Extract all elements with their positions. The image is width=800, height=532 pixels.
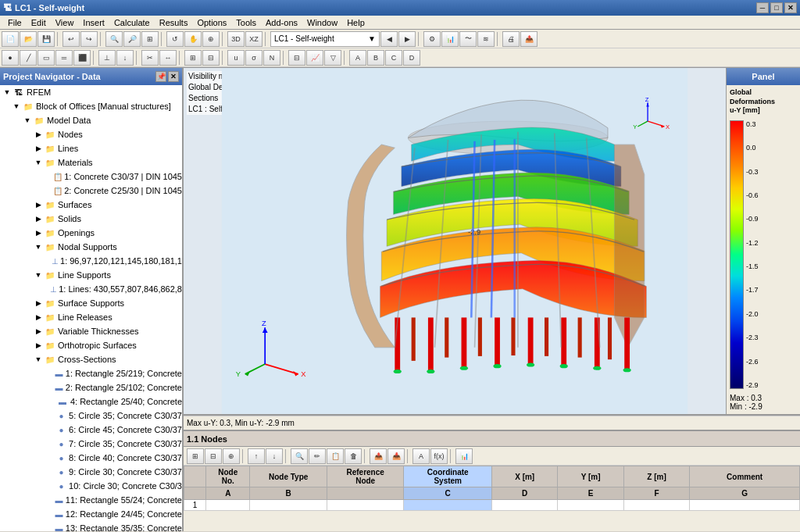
- expand-block[interactable]: ▼: [11, 101, 22, 112]
- menu-view[interactable]: View: [51, 16, 79, 29]
- expand-modeldata[interactable]: ▼: [22, 115, 33, 126]
- tb2-b[interactable]: B: [367, 50, 384, 66]
- tree-item-rfem[interactable]: ▼ 🏗 RFEM: [0, 85, 182, 99]
- tb-undo[interactable]: ↩: [62, 31, 80, 47]
- tree-item-nodes[interactable]: ▶ 📁 Nodes: [0, 127, 182, 141]
- tb2-disp[interactable]: u: [227, 50, 245, 66]
- tb-xz[interactable]: XZ: [245, 31, 262, 47]
- tb2-filter[interactable]: ▽: [324, 50, 341, 66]
- expand-solids[interactable]: ▶: [33, 213, 44, 224]
- expand-line-releases[interactable]: ▶: [33, 312, 44, 323]
- table-row[interactable]: 1: [184, 500, 800, 511]
- tree-item-cs2[interactable]: ▬ 2: Rectangle 25/102; Concrete: [0, 380, 182, 395]
- expand-var-thick[interactable]: ▶: [33, 326, 44, 337]
- tb2-section[interactable]: ✂: [141, 50, 159, 66]
- tb-next-lc[interactable]: ▶: [398, 31, 416, 47]
- tb-3d[interactable]: 3D: [227, 31, 245, 47]
- tb-select[interactable]: ⊕: [202, 31, 220, 47]
- tree-item-cs4[interactable]: ▬ 4: Rectangle 25/40; Concrete: [0, 395, 182, 409]
- tree-item-cs11[interactable]: ▬ 11: Rectangle 55/24; Concrete: [0, 493, 182, 507]
- tb-deform[interactable]: 〜: [459, 31, 477, 47]
- menu-tools[interactable]: Tools: [231, 16, 261, 29]
- table-tb-7[interactable]: ✏: [309, 448, 326, 464]
- expand-materials[interactable]: ▼: [33, 157, 44, 168]
- tb-calc[interactable]: ⚙: [423, 31, 441, 47]
- tb-zoom-all[interactable]: ⊞: [141, 31, 159, 47]
- tb2-a[interactable]: A: [349, 50, 366, 66]
- tree-item-cs5[interactable]: ● 5: Circle 35; Concrete C30/37: [0, 409, 182, 423]
- tree-item-orthotropic[interactable]: ▶ 📁 Orthotropic Surfaces: [0, 338, 182, 352]
- tree-item-cs9[interactable]: ● 9: Circle 30; Concrete C30/37: [0, 465, 182, 479]
- tree-item-block[interactable]: ▼ 📁 Block of Offices [Manual structures]: [0, 99, 182, 113]
- table-tb-8[interactable]: 📋: [327, 448, 344, 464]
- tree-item-cs1[interactable]: ▬ 1: Rectangle 25/219; Concrete: [0, 366, 182, 380]
- expand-surfaces[interactable]: ▶: [33, 199, 44, 210]
- tree-item-mat1[interactable]: 📋 1: Concrete C30/37 | DIN 1045: [0, 170, 182, 184]
- tb2-mesh[interactable]: ⊞: [184, 50, 202, 66]
- expand-cross-sections[interactable]: ▼: [33, 354, 44, 365]
- table-tb-3[interactable]: ⊕: [223, 448, 240, 464]
- table-tb-5[interactable]: ↓: [266, 448, 283, 464]
- expand-line-supports[interactable]: ▼: [33, 270, 44, 280]
- panel-pin-button[interactable]: 📌: [155, 71, 166, 82]
- tb2-stress[interactable]: σ: [245, 50, 262, 66]
- view-area[interactable]: Visibility mode Global Deformations u-Y …: [184, 68, 800, 416]
- tb-save[interactable]: 💾: [38, 31, 55, 47]
- tree-item-surfaces[interactable]: ▶ 📁 Surfaces: [0, 198, 182, 212]
- menu-addons[interactable]: Add-ons: [261, 16, 302, 29]
- tb2-c[interactable]: C: [385, 50, 402, 66]
- tb2-mesh2[interactable]: ⊟: [202, 50, 220, 66]
- tree-item-cs10[interactable]: ● 10: Circle 30; Concrete C30/3: [0, 479, 182, 493]
- table-tb-12[interactable]: A: [412, 448, 430, 464]
- table-wrapper[interactable]: NodeNo. Node Type ReferenceNode Coordina…: [184, 466, 800, 531]
- expand-nodes[interactable]: ▶: [33, 129, 44, 140]
- tb-rotate[interactable]: ↺: [166, 31, 184, 47]
- tree-item-cs13[interactable]: ▬ 13: Rectangle 35/35; Concrete: [0, 521, 182, 531]
- tb2-solids[interactable]: ⬛: [73, 50, 91, 66]
- expand-surface-supports[interactable]: ▶: [33, 298, 44, 309]
- tree-item-cs6[interactable]: ● 6: Circle 45; Concrete C30/37: [0, 423, 182, 437]
- tb2-lines[interactable]: ╱: [20, 50, 37, 66]
- tb-prev-lc[interactable]: ◀: [380, 31, 398, 47]
- tree-item-line-supports[interactable]: ▼ 📁 Line Supports: [0, 268, 182, 282]
- tree-item-cs12[interactable]: ▬ 12: Rectangle 24/45; Concrete: [0, 507, 182, 521]
- tb2-members[interactable]: ═: [55, 50, 73, 66]
- menu-calculate[interactable]: Calculate: [109, 16, 155, 29]
- minimize-button[interactable]: ─: [756, 2, 769, 13]
- tree-item-cross-sections[interactable]: ▼ 📁 Cross-Sections: [0, 352, 182, 366]
- table-tb-11[interactable]: 📥: [388, 448, 405, 464]
- tree-item-ns1[interactable]: ⊥ 1: 96,97,120,121,145,180,181,1: [0, 254, 182, 268]
- tree-item-lines[interactable]: ▶ 📁 Lines: [0, 141, 182, 155]
- tree-item-ls1[interactable]: ⊥ 1: Lines: 430,557,807,846,862,8: [0, 282, 182, 296]
- tb-zoom-out[interactable]: 🔎: [123, 31, 141, 47]
- tb-isolines[interactable]: ≋: [477, 31, 495, 47]
- tb2-graph[interactable]: 📈: [306, 50, 323, 66]
- menu-edit[interactable]: Edit: [27, 16, 51, 29]
- tb2-nodes[interactable]: ●: [2, 50, 19, 66]
- tb2-table[interactable]: ⊟: [288, 50, 305, 66]
- tb-zoom-in[interactable]: 🔍: [105, 31, 123, 47]
- tb2-surfaces[interactable]: ▭: [38, 50, 55, 66]
- loadcase-dropdown[interactable]: LC1 - Self-weight ▼: [270, 31, 380, 47]
- tree-item-openings[interactable]: ▶ 📁 Openings: [0, 226, 182, 240]
- tb-open[interactable]: 📂: [20, 31, 37, 47]
- maximize-button[interactable]: □: [770, 2, 783, 13]
- tb2-force[interactable]: N: [263, 50, 280, 66]
- tree-item-var-thick[interactable]: ▶ 📁 Variable Thicknesses: [0, 324, 182, 338]
- tree-item-cs8[interactable]: ● 8: Circle 40; Concrete C30/37: [0, 451, 182, 465]
- expand-nodal-supports[interactable]: ▼: [33, 241, 44, 252]
- tree-container[interactable]: ▼ 🏗 RFEM ▼ 📁 Block of Offices [Manual st…: [0, 85, 182, 531]
- tb2-load[interactable]: ↓: [116, 50, 134, 66]
- table-tb-6[interactable]: 🔍: [291, 448, 308, 464]
- table-tb-1[interactable]: ⊞: [187, 448, 204, 464]
- table-tb-13[interactable]: 📊: [455, 448, 473, 464]
- tb-export[interactable]: 📤: [520, 31, 538, 47]
- tb2-dim[interactable]: ↔: [159, 50, 177, 66]
- close-button[interactable]: ✕: [784, 2, 797, 13]
- menu-insert[interactable]: Insert: [78, 16, 109, 29]
- table-tb-4[interactable]: ↑: [248, 448, 265, 464]
- tree-item-materials[interactable]: ▼ 📁 Materials: [0, 155, 182, 170]
- table-tb-2[interactable]: ⊟: [205, 448, 222, 464]
- table-tb-9[interactable]: 🗑: [345, 448, 362, 464]
- tree-item-solids[interactable]: ▶ 📁 Solids: [0, 212, 182, 226]
